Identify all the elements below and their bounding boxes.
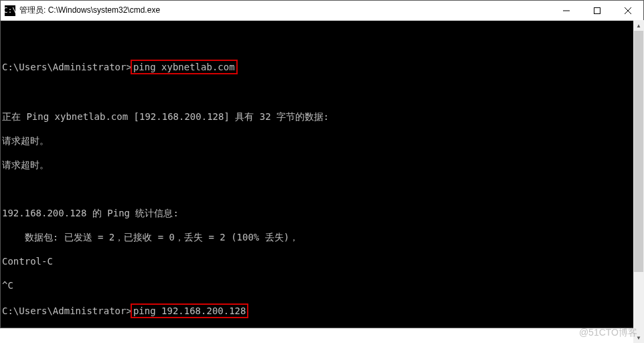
output-line: 正在 Ping xybnetlab.com [192.168.200.128] … [2,111,642,123]
maximize-button[interactable] [582,1,613,20]
blank-line [2,86,642,98]
output-line: 请求超时。 [2,159,642,171]
window-frame: C:\ 管理员: C:\Windows\system32\cmd.exe C:\… [0,0,644,328]
vertical-scrollbar[interactable]: ▲ ▼ [633,20,644,343]
blank-line [2,36,642,48]
svg-rect-1 [594,7,600,13]
scrollbar-thumb[interactable] [634,31,643,272]
prompt-line-2: C:\Users\Administrator>ping 192.168.200.… [2,303,642,318]
terminal-output[interactable]: C:\Users\Administrator>ping xybnetlab.co… [1,21,643,328]
titlebar[interactable]: C:\ 管理员: C:\Windows\system32\cmd.exe [1,1,643,21]
highlighted-command-1: ping xybnetlab.com [131,60,238,74]
window-controls [551,1,643,20]
window-title: 管理员: C:\Windows\system32\cmd.exe [19,5,160,16]
ctrlc-line: Control-C [2,255,642,267]
watermark-text: @51CTO博客 [579,327,637,339]
prompt-text: C:\Users\Administrator> [2,305,132,316]
blank-line [2,183,642,195]
highlighted-command-2: ping 192.168.200.128 [131,303,249,318]
output-line: 请求超时。 [2,135,642,147]
close-icon [625,7,631,14]
prompt-text: C:\Users\Administrator> [2,62,132,72]
minimize-icon [563,7,570,14]
caret-line: ^C [2,279,642,291]
stats-line: 192.168.200.128 的 Ping 统计信息: [2,207,642,219]
stats-line: 数据包: 已发送 = 2，已接收 = 0，丢失 = 2 (100% 丢失)， [2,231,642,243]
maximize-icon [594,7,600,14]
scroll-up-button[interactable]: ▲ [633,20,644,31]
prompt-line-1: C:\Users\Administrator>ping xybnetlab.co… [2,60,642,74]
close-button[interactable] [613,1,643,20]
cmd-icon: C:\ [5,5,15,16]
minimize-button[interactable] [551,1,582,20]
